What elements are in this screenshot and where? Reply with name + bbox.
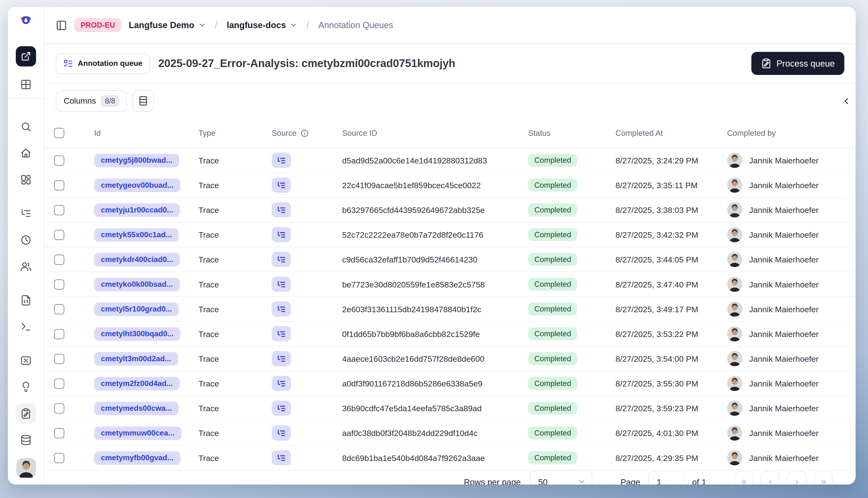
sidebar-item-tracing[interactable]	[20, 208, 31, 219]
table-row[interactable]: cmetyk55x00c1ad... Trace 52c72c2222ea78e…	[44, 223, 855, 247]
item-id-link[interactable]: cmetylt3m00d2ad...	[94, 352, 178, 365]
home-icon	[20, 147, 31, 159]
source-trace-button[interactable]	[272, 202, 291, 218]
next-page-button[interactable]: ›	[788, 471, 807, 485]
select-all-checkbox[interactable]	[54, 128, 64, 138]
sidebar-item-users[interactable]	[20, 261, 31, 272]
sidebar-item-playground[interactable]	[20, 321, 31, 332]
source-trace-button[interactable]	[272, 277, 291, 292]
langfuse-knot-logo	[18, 15, 33, 27]
table-row[interactable]: cmetyg5j800bwad... Trace d5ad9d52a00c6e1…	[44, 148, 855, 173]
column-header-source-id[interactable]: Source ID	[334, 128, 520, 137]
breadcrumb-org[interactable]: Langfuse Demo	[129, 20, 205, 30]
column-header-id[interactable]: Id	[86, 128, 191, 137]
item-type: Trace	[198, 181, 219, 189]
completed-by-name: Jannik Maierhoefer	[749, 354, 818, 363]
sidebar-item-prompts[interactable]	[20, 295, 31, 306]
sidebar-item-datasets[interactable]	[20, 434, 31, 446]
table-row[interactable]: cmetymyfb00gvad... Trace 8dc69b1ba1e540b…	[44, 446, 855, 470]
breadcrumb-project[interactable]: langfuse-docs	[227, 20, 297, 30]
source-trace-button[interactable]	[272, 326, 291, 341]
rows-per-page-select[interactable]: 50	[530, 470, 592, 485]
sidebar-item-evaluation[interactable]	[20, 355, 31, 366]
source-trace-button[interactable]	[272, 376, 291, 391]
row-checkbox[interactable]	[54, 205, 64, 215]
table-row[interactable]: cmetymmuw00cea... Trace aaf0c38db0f3f204…	[44, 421, 855, 446]
user-avatar[interactable]	[16, 458, 36, 478]
row-checkbox[interactable]	[54, 155, 64, 165]
row-checkbox[interactable]	[54, 279, 64, 289]
source-id: b63297665cfd4439592649672abb325e	[342, 205, 485, 214]
source-trace-button[interactable]	[272, 301, 291, 316]
app-window: PROD-EU Langfuse Demo / langfuse-docs / …	[0, 0, 868, 498]
source-trace-button[interactable]	[272, 153, 291, 168]
row-checkbox[interactable]	[54, 180, 64, 190]
last-page-button[interactable]: »	[814, 471, 833, 485]
row-checkbox[interactable]	[54, 354, 64, 364]
sidebar-item-search[interactable]	[20, 121, 31, 132]
table-row[interactable]: cmetyju1r00ccad0... Trace b63297665cfd44…	[44, 198, 855, 223]
row-checkbox[interactable]	[54, 329, 64, 339]
item-id-link[interactable]: cmetygeov00buad...	[94, 178, 180, 192]
column-header-source[interactable]: Source	[264, 128, 334, 137]
item-id-link[interactable]: cmetym2fz00d4ad...	[94, 377, 179, 390]
panel-left-icon[interactable]	[56, 19, 67, 31]
sidebar-item-annotation-queues[interactable]	[16, 403, 36, 423]
row-checkbox[interactable]	[54, 378, 64, 389]
item-id-link[interactable]: cmetyl5r100grad0...	[94, 302, 179, 316]
item-id-link[interactable]: cmetylht300bqad0...	[94, 327, 180, 341]
table-row[interactable]: cmetym2fz00d4ad... Trace a0df3f901167218…	[44, 371, 855, 396]
open-external-button[interactable]	[16, 46, 36, 66]
source-trace-button[interactable]	[272, 351, 291, 366]
table-row[interactable]: cmetyl5r100grad0... Trace 2e603f31361115…	[44, 297, 855, 322]
row-checkbox[interactable]	[54, 428, 64, 438]
prev-page-button[interactable]: ‹	[761, 471, 780, 485]
source-trace-button[interactable]	[272, 401, 291, 416]
item-id-link[interactable]: cmetyju1r00ccad0...	[94, 203, 180, 217]
table-row[interactable]: cmetylt3m00d2ad... Trace 4aaece1603cb2e1…	[44, 346, 855, 371]
completed-at: 8/27/2025, 4:29:35 PM	[616, 453, 698, 462]
process-queue-button[interactable]: Process queue	[751, 52, 844, 75]
item-id-link[interactable]: cmetyko0k00bsad...	[94, 277, 179, 291]
item-id-link[interactable]: cmetyg5j800bwad...	[94, 154, 179, 167]
source-trace-button[interactable]	[272, 252, 291, 267]
column-header-type[interactable]: Type	[191, 128, 264, 137]
sidebar-item-dashboard[interactable]	[20, 174, 31, 185]
table-row[interactable]: cmetygeov00buad... Trace 22c41f09acae5b1…	[44, 173, 855, 198]
item-id-link[interactable]: cmetymmuw00cea...	[94, 426, 181, 440]
completed-by-name: Jannik Maierhoefer	[749, 329, 818, 338]
column-header-completed-by[interactable]: Completed by	[719, 128, 855, 137]
columns-button[interactable]: Columns 8/8	[56, 90, 127, 112]
source-trace-button[interactable]	[272, 227, 291, 242]
column-header-completed-at[interactable]: Completed At	[608, 128, 719, 137]
sidebar-item-insights[interactable]	[20, 381, 31, 393]
item-id-link[interactable]: cmetykdr400ciad0...	[94, 253, 180, 266]
item-id-link[interactable]: cmetyk55x00c1ad...	[94, 228, 179, 241]
first-page-button[interactable]: «	[734, 471, 753, 485]
sidebar-item-sessions[interactable]	[20, 234, 31, 246]
sidebar-item-home[interactable]	[20, 147, 31, 159]
clock-icon	[20, 234, 31, 246]
row-checkbox[interactable]	[54, 403, 64, 413]
source-trace-button[interactable]	[272, 450, 291, 465]
source-trace-button[interactable]	[272, 178, 291, 193]
source-trace-button[interactable]	[272, 425, 291, 441]
page-input[interactable]	[648, 471, 684, 485]
row-checkbox[interactable]	[54, 230, 64, 240]
row-height-button[interactable]	[133, 90, 154, 112]
table-row[interactable]: cmetyko0k00bsad... Trace be7723e30d80205…	[44, 272, 855, 297]
row-checkbox[interactable]	[54, 254, 64, 264]
table-row[interactable]: cmetylht300bqad0... Trace 0f1dd65b7bb9bf…	[44, 322, 855, 346]
column-header-status[interactable]: Status	[520, 128, 608, 137]
collapse-panel-button[interactable]	[838, 93, 854, 109]
table-row[interactable]: cmetymeds00cwa... Trace 36b90cdfc47e5da1…	[44, 396, 855, 421]
table-view-button[interactable]	[20, 79, 31, 90]
row-checkbox[interactable]	[54, 304, 64, 314]
avatar	[727, 202, 742, 218]
item-id-link[interactable]: cmetymyfb00gvad...	[94, 451, 180, 464]
row-checkbox[interactable]	[54, 453, 64, 463]
completed-by-name: Jannik Maierhoefer	[749, 404, 818, 413]
table-body: cmetyg5j800bwad... Trace d5ad9d52a00c6e1…	[44, 148, 855, 471]
item-id-link[interactable]: cmetymeds00cwa...	[94, 402, 179, 415]
table-row[interactable]: cmetykdr400ciad0... Trace c9d56ca32efaff…	[44, 247, 855, 272]
